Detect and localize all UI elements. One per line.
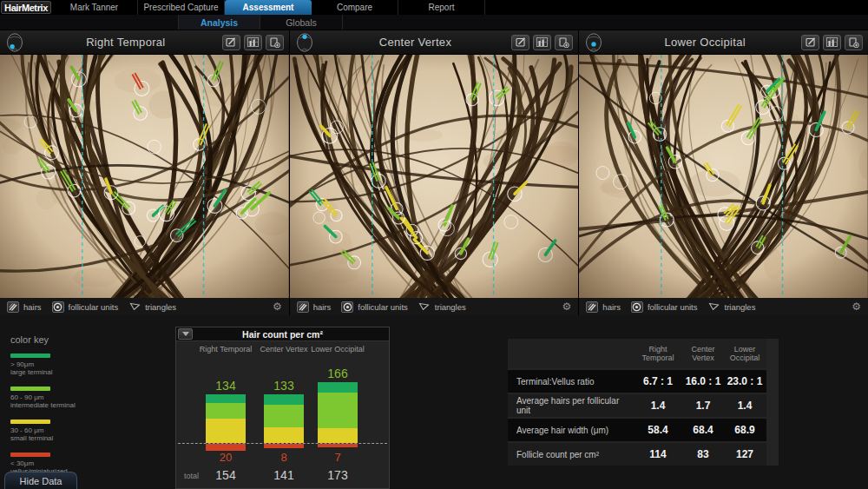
hair-count-chart: Hair count per cm² Right Temporal1342015… [175, 327, 390, 489]
panel-title: Right Temporal [30, 36, 222, 49]
top-nav: HairMetrix Mark TannerPrescribed Capture… [0, 0, 868, 15]
head-location-icon [0, 32, 30, 53]
vellus-count: 20 [200, 451, 252, 464]
head-location-icon [579, 32, 608, 53]
bar-segment-small-terminal [318, 428, 358, 443]
analysis-grid-button[interactable] [244, 35, 262, 50]
settings-gear-icon[interactable]: ⚙ [273, 301, 282, 312]
toggle-hairs-button[interactable]: hairs [297, 301, 332, 313]
table-row: Average hairs per follicular unit1.41.71… [508, 394, 766, 417]
bar-segment-large-terminal [206, 394, 246, 403]
follicular-units-icon [52, 301, 64, 313]
stats-value: 1.4 [633, 400, 683, 412]
top-nav-report[interactable]: Report [398, 0, 485, 15]
add-image-button[interactable] [555, 35, 573, 50]
stats-value: 114 [633, 448, 683, 460]
stats-value: 1.7 [683, 400, 723, 412]
triangles-icon [418, 301, 431, 313]
stats-table: RightTemporalCenterVertexLowerOccipital … [508, 339, 779, 466]
bar-segment-vellus [264, 444, 304, 448]
stats-row-label: Average hair width (μm) [508, 426, 633, 435]
stats-value: 16.0 : 1 [683, 375, 723, 387]
panel-right-temporal: Right Temporal hairs follicular units tr… [0, 30, 289, 315]
color-key-range: < 30μm [10, 459, 76, 467]
bar-segment-vellus [318, 444, 358, 447]
chart-category-label: Lower Occipital [307, 345, 368, 354]
toggle-hairs-button[interactable]: hairs [586, 301, 621, 313]
chart-collapse-button[interactable] [178, 328, 193, 340]
color-swatch [10, 387, 50, 391]
color-key-entries: > 90μm large terminal 60 - 90 μm interme… [10, 354, 76, 475]
settings-gear-icon[interactable]: ⚙ [852, 301, 861, 312]
stats-column-header: RightTemporal [633, 345, 683, 362]
sub-nav-tabs: AnalysisGlobals [178, 15, 343, 30]
hairs-icon [297, 301, 309, 313]
stacked-bar [264, 394, 304, 443]
analysis-grid-button[interactable] [823, 35, 841, 50]
color-swatch [10, 453, 50, 457]
toggle-hairs-button[interactable]: hairs [7, 301, 42, 313]
top-nav-prescribed-capture[interactable]: Prescribed Capture [138, 0, 225, 15]
panel-actions [801, 35, 868, 50]
panel-header: Center Vertex [290, 30, 579, 55]
app-logo: HairMetrix [1, 1, 51, 14]
table-row: Terminal:Vellus ratio6.7 : 116.0 : 123.0… [508, 370, 766, 393]
total-label: total [184, 472, 199, 480]
toggle-triangles-button[interactable]: triangles [128, 301, 176, 313]
panel-actions [222, 35, 289, 50]
toggle-triangles-button[interactable]: triangles [418, 301, 466, 313]
panel-header: Lower Occipital [579, 30, 868, 55]
stats-column-header: CenterVertex [683, 345, 723, 362]
edit-annotations-button[interactable] [801, 35, 819, 50]
table-row: Follicle count per cm²11483127 [508, 443, 766, 466]
panel-center-vertex: Center Vertex hairs follicular units tri… [290, 30, 579, 315]
trichoscopy-image[interactable] [0, 55, 289, 298]
color-swatch [10, 420, 50, 424]
tab-globals[interactable]: Globals [260, 15, 343, 30]
color-key-class: large terminal [10, 368, 76, 376]
chart-category-label: Center Vertex [253, 345, 314, 354]
settings-gear-icon[interactable]: ⚙ [562, 301, 572, 312]
top-nav-compare[interactable]: Compare [312, 0, 398, 15]
tab-analysis[interactable]: Analysis [178, 15, 260, 30]
color-key: color key > 90μm large terminal 60 - 90 … [10, 334, 76, 486]
trichoscopy-image[interactable] [579, 55, 868, 298]
stats-value: 23.0 : 1 [723, 375, 766, 387]
add-image-button[interactable] [845, 35, 863, 50]
chart-title: Hair count per cm² [194, 329, 389, 340]
top-nav-assessment[interactable]: Assessment [225, 0, 312, 15]
trichoscopy-image[interactable] [290, 55, 579, 298]
top-nav-mark-tanner[interactable]: Mark Tanner [51, 0, 138, 15]
color-key-entry: 60 - 90 μm intermediate terminal [10, 387, 76, 409]
data-section: color key > 90μm large terminal 60 - 90 … [0, 315, 868, 489]
color-key-class: small terminal [10, 434, 76, 442]
bar-segment-vellus [206, 444, 246, 451]
triangles-icon [708, 301, 720, 313]
add-image-button[interactable] [266, 35, 284, 50]
panel-lower-occipital: Lower Occipital hairs follicular units t… [579, 30, 868, 315]
hide-data-button[interactable]: Hide Data [4, 472, 77, 489]
panel-title: Center Vertex [319, 36, 512, 49]
panel-toolbar: hairs follicular units triangles ⚙ [579, 298, 868, 315]
color-swatch [10, 354, 50, 358]
edit-annotations-button[interactable] [222, 35, 240, 50]
stats-value: 127 [723, 448, 766, 460]
toggle-follicular-units-button[interactable]: follicular units [341, 301, 408, 313]
color-key-entry: > 90μm large terminal [10, 354, 76, 376]
stats-row-label: Follicle count per cm² [508, 450, 633, 459]
total-count: 154 [200, 468, 252, 482]
analysis-grid-button[interactable] [533, 35, 551, 50]
stats-value: 58.4 [633, 424, 683, 436]
toggle-follicular-units-button[interactable]: follicular units [52, 301, 119, 313]
color-key-class: intermediate terminal [10, 401, 76, 409]
toggle-follicular-units-button[interactable]: follicular units [631, 301, 698, 313]
table-row: Average hair width (μm)58.468.468.9 [508, 419, 766, 441]
edit-annotations-button[interactable] [511, 35, 529, 50]
toggle-triangles-button[interactable]: triangles [708, 301, 756, 313]
panel-title: Lower Occipital [608, 36, 801, 49]
bar-segment-large-terminal [318, 382, 358, 393]
total-count: 141 [258, 468, 310, 482]
color-key-title: color key [10, 334, 76, 345]
top-nav-items: Mark TannerPrescribed CaptureAssessmentC… [51, 0, 485, 15]
hairs-icon [7, 301, 19, 313]
